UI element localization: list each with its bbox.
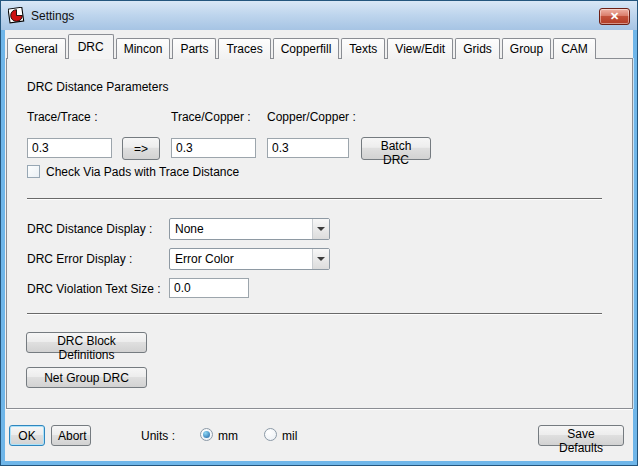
- unit-mil-label: mil: [282, 429, 297, 443]
- trace-copper-label: Trace/Copper :: [171, 110, 251, 124]
- tab-general[interactable]: General: [7, 38, 66, 59]
- trace-trace-input[interactable]: [27, 138, 112, 158]
- check-via-pads-checkbox[interactable]: [27, 165, 40, 178]
- chevron-down-icon[interactable]: [312, 219, 329, 239]
- window-title: Settings: [31, 9, 74, 23]
- trace-trace-label: Trace/Trace :: [27, 110, 97, 124]
- copy-value-button[interactable]: =>: [122, 137, 160, 160]
- tab-strip: General DRC Mincon Parts Traces Copperfi…: [7, 34, 598, 59]
- tab-cam[interactable]: CAM: [553, 38, 596, 59]
- unit-mm-label: mm: [218, 429, 238, 443]
- distance-display-select[interactable]: None: [169, 218, 330, 240]
- distance-display-value: None: [170, 222, 312, 236]
- trace-copper-input[interactable]: [171, 138, 256, 158]
- tab-parts[interactable]: Parts: [172, 38, 216, 59]
- units-label: Units :: [141, 429, 175, 443]
- tab-grids[interactable]: Grids: [455, 38, 500, 59]
- error-display-select[interactable]: Error Color: [169, 248, 330, 270]
- violation-text-size-label: DRC Violation Text Size :: [27, 282, 161, 296]
- copper-copper-input[interactable]: [267, 138, 349, 158]
- drc-block-definitions-button[interactable]: DRC Block Definitions: [26, 332, 147, 353]
- tab-drc[interactable]: DRC: [68, 34, 114, 59]
- violation-text-size-input[interactable]: [169, 278, 249, 298]
- separator: [27, 198, 602, 200]
- section-title: DRC Distance Parameters: [27, 80, 168, 94]
- unit-mil-radio[interactable]: [264, 428, 277, 441]
- copper-copper-label: Copper/Copper :: [267, 110, 356, 124]
- ok-button[interactable]: OK: [9, 425, 45, 446]
- distance-display-label: DRC Distance Display :: [27, 222, 152, 236]
- tab-copperfill[interactable]: Copperfill: [273, 38, 340, 59]
- check-via-pads-label: Check Via Pads with Trace Distance: [46, 165, 239, 179]
- app-icon: [8, 7, 25, 24]
- abort-button[interactable]: Abort: [51, 425, 91, 446]
- save-defaults-button[interactable]: Save Defaults: [538, 425, 624, 446]
- batch-drc-button[interactable]: Batch DRC: [361, 137, 431, 160]
- settings-window: Settings ✕ General DRC Mincon Parts Trac…: [0, 0, 638, 466]
- separator: [27, 313, 602, 315]
- net-group-drc-button[interactable]: Net Group DRC: [26, 367, 147, 388]
- tab-traces[interactable]: Traces: [218, 38, 270, 59]
- tab-texts[interactable]: Texts: [341, 38, 385, 59]
- tab-group[interactable]: Group: [502, 38, 551, 59]
- chevron-down-icon[interactable]: [312, 249, 329, 269]
- tab-mincon[interactable]: Mincon: [116, 38, 171, 59]
- error-display-value: Error Color: [170, 252, 312, 266]
- titlebar: Settings ✕: [1, 1, 637, 30]
- error-display-label: DRC Error Display :: [27, 252, 132, 266]
- close-button[interactable]: ✕: [599, 8, 630, 25]
- unit-mm-radio[interactable]: [200, 428, 213, 441]
- tab-view-edit[interactable]: View/Edit: [387, 38, 453, 59]
